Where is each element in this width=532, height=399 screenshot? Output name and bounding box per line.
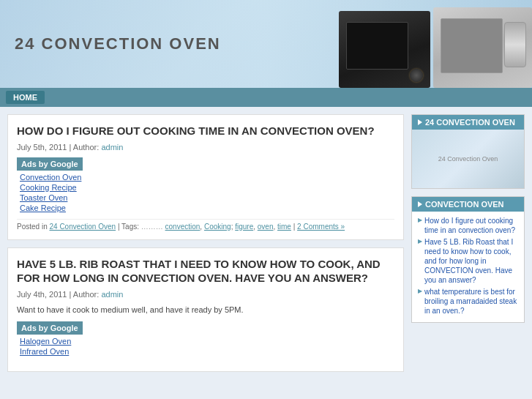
sidebar-links: How do I figure out cooking time in an c… bbox=[412, 212, 524, 322]
main-layout: HOW DO I FIGURE OUT COOKING TIME IN AN C… bbox=[0, 107, 532, 387]
article-1-footer: Posted in 24 Convection Oven | Tags: ………… bbox=[17, 219, 394, 231]
navigation-bar: HOME bbox=[0, 88, 532, 107]
sidebar-logo-text: 24 Convection Oven bbox=[438, 155, 498, 163]
article-1-date: July 5th, 2011 | Author: bbox=[17, 143, 99, 152]
article-1-meta: July 5th, 2011 | Author: admin bbox=[17, 143, 394, 152]
article-1-ads: Ads by Google Convection Oven Cooking Re… bbox=[17, 157, 394, 213]
sidebar-widget-2-title: CONVECTION OVEN bbox=[412, 197, 524, 212]
widget-1-title-text: 24 CONVECTION OVEN bbox=[425, 118, 515, 127]
ad-link-toaster-oven[interactable]: Toaster Oven bbox=[17, 193, 394, 203]
oven-image-dark bbox=[339, 11, 430, 88]
widget-2-title-text: CONVECTION OVEN bbox=[425, 200, 504, 209]
article-2-author-link[interactable]: admin bbox=[101, 290, 123, 299]
ad-label-2: Ads by Google bbox=[17, 321, 83, 335]
tag-oven[interactable]: oven bbox=[258, 223, 274, 231]
ad-label-1: Ads by Google bbox=[17, 157, 83, 171]
article-2: HAVE 5 LB. RIB ROAST THAT I NEED TO KNOW… bbox=[7, 247, 404, 372]
site-title: 24 CONVECTION OVEN bbox=[15, 34, 221, 53]
sidebar-logo-area: 24 Convection Oven bbox=[412, 130, 524, 188]
header-oven-images bbox=[339, 0, 532, 88]
sidebar-link-1[interactable]: How do I figure out cooking time in an c… bbox=[418, 216, 518, 235]
sidebar-link-3[interactable]: what temperature is best for broiling a … bbox=[418, 287, 518, 316]
sidebar-widget-1-title: 24 CONVECTION OVEN bbox=[412, 115, 524, 130]
main-content: HOW DO I FIGURE OUT COOKING TIME IN AN C… bbox=[7, 114, 404, 379]
article-2-text: Want to have it cook to medium well, and… bbox=[17, 305, 394, 316]
ad-link-halogen-oven[interactable]: Halogen Oven bbox=[17, 336, 394, 346]
article-2-meta: July 4th, 2011 | Author: admin bbox=[17, 290, 394, 299]
tags-label: | Tags: bbox=[118, 223, 141, 231]
home-nav-link[interactable]: HOME bbox=[6, 91, 45, 104]
tag-figure[interactable]: figure bbox=[235, 223, 253, 231]
article-2-title: HAVE 5 LB. RIB ROAST THAT I NEED TO KNOW… bbox=[17, 257, 394, 286]
ad-link-convection-oven[interactable]: Convection Oven bbox=[17, 172, 394, 182]
tag-time[interactable]: time bbox=[277, 223, 291, 231]
article-1-title: HOW DO I FIGURE OUT COOKING TIME IN AN C… bbox=[17, 124, 394, 138]
ad-link-cake-recipe[interactable]: Cake Recipe bbox=[17, 203, 394, 213]
comments-link[interactable]: 2 Comments » bbox=[297, 223, 345, 231]
sidebar-widget-1: 24 CONVECTION OVEN 24 Convection Oven bbox=[411, 114, 525, 189]
tag-convection[interactable]: convection bbox=[165, 223, 201, 231]
article-1-author-link[interactable]: admin bbox=[101, 143, 123, 152]
site-header: 24 CONVECTION OVEN bbox=[0, 0, 532, 88]
sidebar-link-2[interactable]: Have 5 LB. Rib Roast that I need to know… bbox=[418, 237, 518, 285]
ad-link-infrared-oven[interactable]: Infrared Oven bbox=[17, 346, 394, 357]
sidebar-widget-2: CONVECTION OVEN How do I figure out cook… bbox=[411, 196, 525, 323]
ad-link-cooking-recipe[interactable]: Cooking Recipe bbox=[17, 182, 394, 193]
article-1: HOW DO I FIGURE OUT COOKING TIME IN AN C… bbox=[7, 114, 404, 240]
article-2-date: July 4th, 2011 | Author: bbox=[17, 290, 99, 299]
article-2-ads: Ads by Google Halogen Oven Infrared Oven bbox=[17, 321, 394, 357]
tags-dots: ……… bbox=[141, 223, 163, 231]
posted-in-label: Posted in bbox=[17, 223, 49, 231]
widget-2-arrow-icon bbox=[418, 201, 422, 207]
header-content: 24 CONVECTION OVEN bbox=[15, 34, 221, 53]
sidebar: 24 CONVECTION OVEN 24 Convection Oven CO… bbox=[411, 114, 525, 379]
oven-image-silver bbox=[433, 7, 532, 88]
widget-1-arrow-icon bbox=[418, 119, 422, 125]
posted-in-link[interactable]: 24 Convection Oven bbox=[49, 223, 116, 231]
tag-cooking[interactable]: Cooking bbox=[204, 223, 231, 231]
